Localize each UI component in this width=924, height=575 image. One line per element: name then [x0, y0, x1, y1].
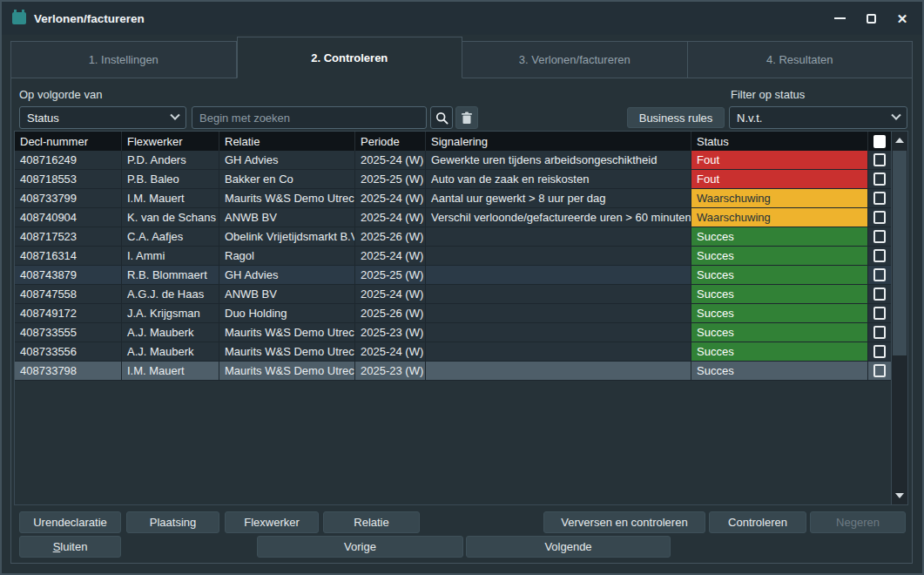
row-checkbox[interactable] [873, 326, 886, 339]
row-checkbox[interactable] [873, 192, 886, 205]
table-row[interactable]: 408743879 R.B. Blommaert GH Advies 2025-… [15, 266, 907, 285]
cell-decl-nummer: 408716314 [15, 247, 121, 265]
controleren-button[interactable]: Controleren [709, 511, 806, 533]
table-row[interactable]: 408740904 K. van de Schans ANWB BV 2025-… [15, 208, 907, 227]
cell-signalering [425, 266, 691, 284]
table-row[interactable]: 408717523 C.A. Aafjes Obelink Vrijetijds… [15, 227, 907, 247]
relatie-label: Relatie [354, 516, 388, 529]
column-header-status[interactable]: Status [691, 132, 867, 151]
tab-controleren[interactable]: 2. Controleren [237, 37, 463, 78]
search-icon [435, 112, 449, 125]
cell-flexwerker: K. van de Schans [121, 208, 219, 227]
cell-checkbox [867, 362, 891, 380]
cell-status-badge: Succes [691, 342, 867, 361]
plaatsing-button[interactable]: Plaatsing [126, 511, 219, 533]
volgende-button[interactable]: Volgende [466, 536, 671, 558]
cell-checkbox [867, 266, 891, 284]
row-checkbox[interactable] [873, 211, 886, 224]
scroll-down-button[interactable] [892, 489, 907, 503]
cell-checkbox [867, 189, 891, 207]
row-checkbox[interactable] [873, 307, 886, 320]
sluiten-button[interactable]: Sluiten [19, 536, 121, 558]
plaatsing-label: Plaatsing [150, 516, 196, 529]
column-header-periode[interactable]: Periode [354, 132, 425, 151]
vertical-scrollbar[interactable] [891, 132, 907, 504]
table-row[interactable]: 408718553 P.B. Baleo Bakker en Co 2025-2… [15, 170, 907, 189]
cell-decl-nummer: 408747558 [15, 285, 121, 303]
table-header-row: Decl-nummer Flexwerker Relatie Periode S… [15, 132, 907, 151]
column-header-relatie[interactable]: Relatie [219, 132, 354, 151]
cell-decl-nummer: 408749172 [15, 304, 121, 322]
cell-signalering: Auto van de zaak en reiskosten [425, 170, 691, 188]
table-row[interactable]: 408733798 I.M. Mauert Maurits W&S Demo U… [15, 362, 907, 381]
cell-periode: 2025-26 (W) [354, 304, 425, 322]
business-rules-label: Business rules [639, 112, 713, 125]
cell-flexwerker: P.D. Anders [121, 151, 219, 169]
cell-status-badge: Waarschuwing [691, 208, 867, 227]
cell-relatie: Duo Holding [219, 304, 354, 322]
table-row[interactable]: 408747558 A.G.J. de Haas ANWB BV 2025-24… [15, 285, 907, 304]
select-all-checkbox[interactable] [873, 135, 886, 148]
cell-flexwerker: A.J. Mauberk [121, 323, 219, 342]
minimize-button[interactable] [826, 7, 853, 30]
cell-status-badge: Fout [691, 151, 867, 169]
cell-status-badge: Succes [691, 362, 867, 380]
close-button[interactable]: ✕ [889, 7, 915, 30]
table-row[interactable]: 408749172 J.A. Krijgsman Duo Holding 202… [15, 304, 907, 323]
calendar-app-icon [12, 12, 26, 24]
row-checkbox[interactable] [873, 288, 886, 301]
sort-order-value: Status [27, 112, 59, 125]
tab-instellingen[interactable]: 1. Instellingen [10, 41, 237, 78]
table-row[interactable]: 408733799 I.M. Mauert Maurits W&S Demo U… [15, 189, 907, 208]
table-row[interactable]: 408716249 P.D. Anders GH Advies 2025-24 … [15, 151, 907, 170]
scrollbar-thumb[interactable] [893, 151, 907, 355]
sort-order-select[interactable]: Status [19, 106, 186, 129]
relatie-button[interactable]: Relatie [323, 511, 420, 533]
clear-search-button[interactable] [455, 106, 478, 129]
cell-status-badge: Succes [691, 323, 867, 342]
tab-verlonen-factureren[interactable]: 3. Verlonen/factureren [462, 41, 688, 78]
minimize-icon [834, 17, 846, 19]
business-rules-button[interactable]: Business rules [627, 107, 725, 128]
cell-signalering [425, 342, 691, 361]
cell-checkbox [867, 247, 891, 265]
cell-checkbox [867, 285, 891, 303]
table-row[interactable]: 408716314 I. Ammi Ragol 2025-24 (W) Succ… [15, 247, 907, 266]
cell-checkbox [867, 342, 891, 361]
flexwerker-button[interactable]: Flexwerker [225, 511, 319, 533]
cell-periode: 2025-26 (W) [354, 227, 425, 246]
column-header-signalering[interactable]: Signalering [425, 132, 691, 151]
row-checkbox[interactable] [873, 172, 886, 186]
row-checkbox[interactable] [873, 345, 886, 358]
cell-decl-nummer: 408733555 [15, 323, 121, 342]
close-icon: ✕ [897, 12, 908, 25]
row-checkbox[interactable] [873, 249, 886, 262]
search-input[interactable] [192, 106, 427, 129]
urendeclaratie-button[interactable]: Urendeclaratie [19, 511, 121, 533]
row-checkbox[interactable] [873, 230, 886, 243]
cell-periode: 2025-24 (W) [354, 247, 425, 265]
search-button[interactable] [430, 106, 453, 129]
cell-relatie: Maurits W&S Demo Utrec... [219, 362, 354, 380]
cell-relatie: GH Advies [219, 266, 354, 284]
row-checkbox[interactable] [873, 364, 886, 377]
cell-signalering [425, 323, 691, 342]
select-all-cell [867, 132, 891, 151]
cell-signalering: Gewerkte uren tijdens arbeidsongeschikth… [425, 151, 691, 169]
table-row[interactable]: 408733555 A.J. Mauberk Maurits W&S Demo … [15, 323, 907, 342]
cell-flexwerker: C.A. Aafjes [121, 227, 219, 246]
table-row[interactable]: 408733556 A.J. Mauberk Maurits W&S Demo … [15, 342, 907, 362]
filter-status-select[interactable]: N.v.t. [729, 106, 907, 129]
column-header-decl-nummer[interactable]: Decl-nummer [15, 132, 121, 151]
tab-resultaten[interactable]: 4. Resultaten [688, 41, 914, 78]
column-header-flexwerker[interactable]: Flexwerker [121, 132, 219, 151]
vorige-button[interactable]: Vorige [257, 536, 463, 558]
row-checkbox[interactable] [873, 268, 886, 281]
maximize-button[interactable] [858, 7, 884, 30]
cell-periode: 2025-23 (W) [354, 362, 425, 380]
row-checkbox[interactable] [873, 153, 886, 166]
cell-decl-nummer: 408733556 [15, 342, 121, 361]
cell-checkbox [867, 208, 891, 227]
verversen-en-controleren-button[interactable]: Verversen en controleren [543, 511, 705, 533]
scroll-up-button[interactable] [892, 133, 907, 147]
